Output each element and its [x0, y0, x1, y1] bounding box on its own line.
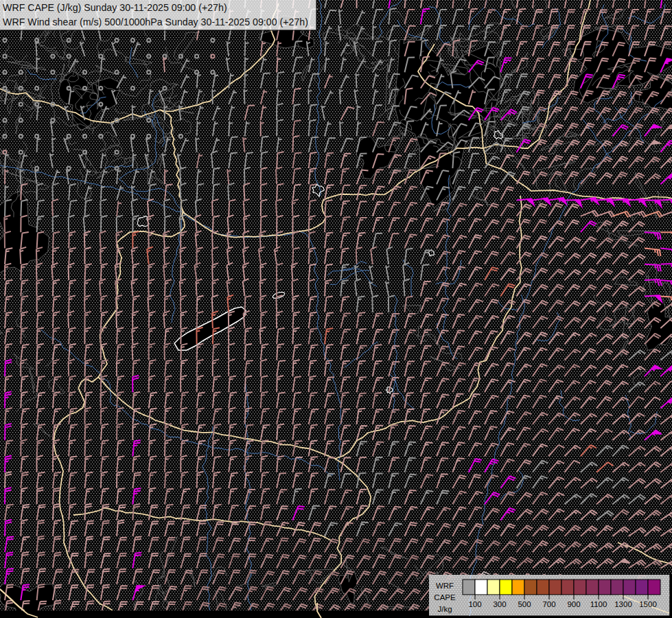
svg-text:WRF: WRF	[436, 582, 454, 590]
svg-text:WRF CAPE (J/kg) Sunday 30-11-2: WRF CAPE (J/kg) Sunday 30-11-2025 09:00 …	[3, 2, 227, 13]
svg-text:500: 500	[518, 600, 531, 608]
svg-text:300: 300	[493, 600, 506, 608]
svg-text:1300: 1300	[614, 600, 632, 608]
svg-text:900: 900	[567, 600, 580, 608]
svg-text:J/kg: J/kg	[437, 605, 452, 613]
svg-text:WRF Wind shear (m/s) 500/1000h: WRF Wind shear (m/s) 500/1000hPa Sunday …	[3, 16, 308, 27]
svg-text:1100: 1100	[590, 600, 607, 608]
svg-text:100: 100	[468, 600, 481, 608]
svg-text:CAPE: CAPE	[434, 593, 456, 602]
svg-text:700: 700	[542, 600, 555, 608]
svg-text:1500: 1500	[639, 600, 657, 608]
